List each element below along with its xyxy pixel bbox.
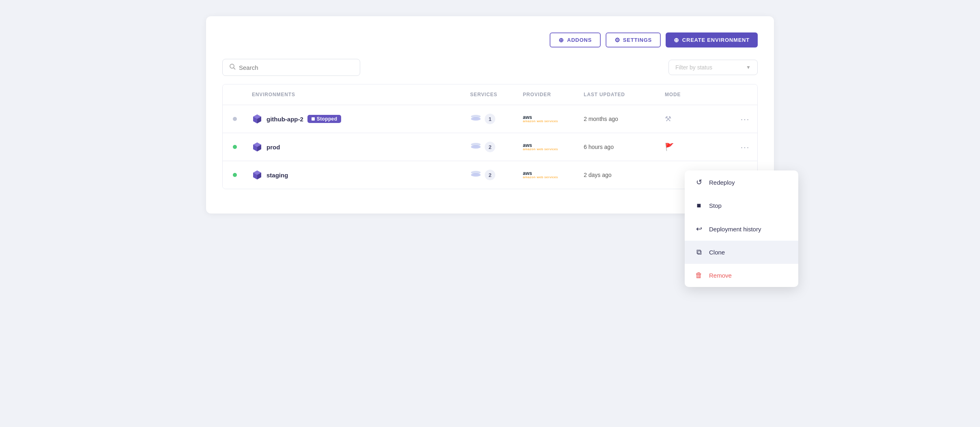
- col-actions: [733, 88, 757, 101]
- environments-table: ENVIRONMENTS SERVICES PROVIDER LAST UPDA…: [222, 84, 758, 189]
- table-row: prod 2 aws amazon web services 6 hours a…: [223, 133, 757, 161]
- redeploy-icon: ↺: [694, 178, 703, 187]
- services-cell-1: 1: [465, 108, 518, 130]
- toolbar: ⊕ ADDONS ⚙ SETTINGS ⊕ CREATE ENVIRONMENT: [222, 32, 758, 47]
- create-icon: ⊕: [674, 37, 679, 43]
- env-icon-2: [252, 142, 262, 152]
- env-name-3: staging: [266, 172, 288, 179]
- dropdown-item-redeploy[interactable]: ↺ Redeploy: [685, 170, 798, 194]
- table-header: ENVIRONMENTS SERVICES PROVIDER LAST UPDA…: [223, 84, 757, 105]
- settings-icon: ⚙: [615, 37, 620, 43]
- status-dot-running-3: [233, 173, 237, 177]
- status-cell-2: [223, 139, 247, 155]
- search-box: [222, 59, 360, 76]
- actions-cell-1: ···: [733, 108, 757, 130]
- context-menu: ↺ Redeploy ■ Stop ↩ Deployment history ⧉…: [685, 170, 798, 287]
- table-row: github-app-2 Stopped 1 aws amazon web se…: [223, 105, 757, 133]
- search-input[interactable]: [239, 64, 353, 71]
- svg-point-7: [471, 117, 481, 121]
- remove-icon: 🗑: [694, 271, 703, 280]
- status-dot-running-2: [233, 145, 237, 149]
- col-services: SERVICES: [465, 88, 518, 101]
- service-count-2: 2: [485, 142, 495, 152]
- service-stack-icon-2: [470, 142, 481, 151]
- provider-cell-1: aws amazon web services: [518, 109, 579, 129]
- stopped-badge: Stopped: [307, 115, 342, 123]
- provider-cell-2: aws amazon web services: [518, 137, 579, 157]
- dropdown-item-remove[interactable]: 🗑 Remove: [685, 264, 798, 287]
- col-status: [223, 88, 247, 101]
- provider-cell-3: aws amazon web services: [518, 165, 579, 185]
- mode-cell-2: 🚩: [660, 137, 733, 157]
- flag-icon: 🚩: [665, 142, 674, 151]
- table-row: staging 2 aws amazon web services 2 days…: [223, 161, 757, 189]
- status-cell-1: [223, 111, 247, 127]
- env-name-cell-2: prod: [247, 136, 465, 158]
- svg-point-19: [471, 173, 481, 177]
- env-icon-1: [252, 114, 262, 124]
- last-updated-cell-3: 2 days ago: [579, 166, 660, 184]
- services-cell-2: 2: [465, 136, 518, 158]
- col-provider: PROVIDER: [518, 88, 579, 101]
- settings-button[interactable]: ⚙ SETTINGS: [606, 32, 661, 47]
- clone-icon: ⧉: [694, 248, 703, 257]
- addons-button[interactable]: ⊕ ADDONS: [550, 32, 601, 47]
- actions-cell-2: ···: [733, 136, 757, 158]
- stopped-badge-square: [312, 117, 315, 121]
- service-stack-icon-1: [470, 114, 481, 123]
- main-container: ⊕ ADDONS ⚙ SETTINGS ⊕ CREATE ENVIRONMENT…: [206, 16, 774, 214]
- svg-point-13: [471, 145, 481, 149]
- row-actions-button-1[interactable]: ···: [738, 113, 752, 125]
- env-name-1: github-app-2: [266, 116, 303, 123]
- service-stack-icon-3: [470, 170, 481, 179]
- create-environment-button[interactable]: ⊕ CREATE ENVIRONMENT: [666, 32, 758, 47]
- search-icon: [229, 63, 236, 71]
- history-icon: ↩: [694, 224, 703, 233]
- chevron-down-icon: ▼: [746, 65, 751, 70]
- dropdown-item-clone[interactable]: ⧉ Clone: [685, 241, 798, 264]
- addons-icon: ⊕: [559, 37, 564, 43]
- last-updated-cell-1: 2 months ago: [579, 110, 660, 128]
- status-dot-stopped: [233, 117, 237, 121]
- service-count-3: 2: [485, 170, 495, 180]
- dropdown-item-deployment-history[interactable]: ↩ Deployment history: [685, 217, 798, 241]
- env-name-cell-1: github-app-2 Stopped: [247, 108, 465, 130]
- tools-icon: ⚒: [665, 114, 671, 123]
- row-actions-button-2[interactable]: ···: [738, 141, 752, 153]
- col-environments: ENVIRONMENTS: [247, 88, 465, 101]
- status-cell-3: [223, 167, 247, 183]
- last-updated-cell-2: 6 hours ago: [579, 138, 660, 156]
- services-cell-3: 2: [465, 164, 518, 186]
- stop-icon: ■: [694, 201, 703, 210]
- col-last-updated: LAST UPDATED: [579, 88, 660, 101]
- mode-cell-1: ⚒: [660, 109, 733, 129]
- env-icon-3: [252, 170, 262, 180]
- dropdown-item-stop[interactable]: ■ Stop: [685, 194, 798, 217]
- env-name-cell-3: staging: [247, 164, 465, 186]
- filter-status-dropdown[interactable]: Filter by status ▼: [668, 60, 758, 75]
- env-name-2: prod: [266, 144, 280, 151]
- service-count-1: 1: [485, 114, 495, 124]
- search-filter-row: Filter by status ▼: [222, 59, 758, 76]
- col-mode: MODE: [660, 88, 733, 101]
- svg-line-1: [234, 68, 235, 69]
